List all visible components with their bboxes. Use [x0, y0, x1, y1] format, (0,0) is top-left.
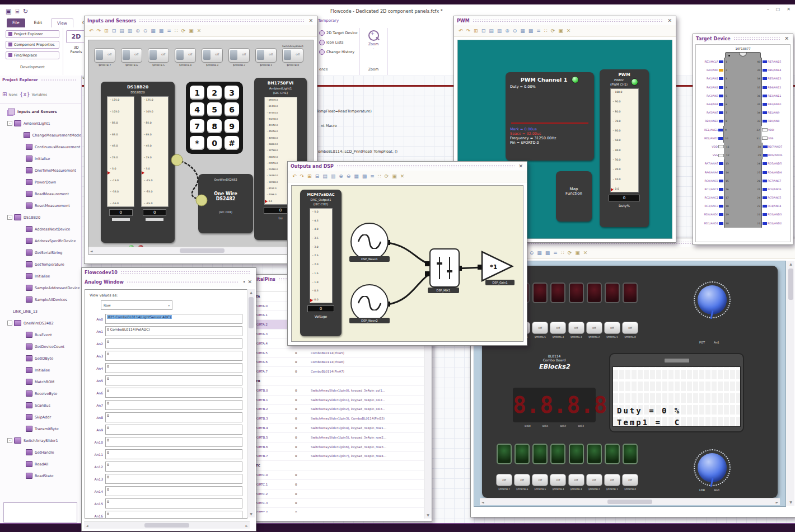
- pin-row[interactable]: PORTB.1 0 SwitchArraySlider1(pin1), keyp…: [245, 396, 432, 405]
- channel-value-box[interactable]: 0: [105, 375, 242, 385]
- tree-item[interactable]: ResetMeasurement: [0, 200, 81, 211]
- tree-item[interactable]: ScanBus: [0, 399, 81, 411]
- refresh-icon[interactable]: ↻: [23, 8, 28, 15]
- close-icon[interactable]: ✕: [783, 36, 790, 41]
- redo-icon[interactable]: ↷: [300, 173, 305, 179]
- cursor-icon[interactable]: ▤: [119, 28, 124, 34]
- tree-item[interactable]: SampleAddressedDevice: [0, 282, 81, 294]
- lock-icon[interactable]: ▣: [189, 28, 194, 34]
- view-mode-dropdown[interactable]: Raw▾: [101, 300, 172, 310]
- view-item[interactable]: 2D Target Device: [319, 30, 358, 36]
- pot-knob[interactable]: [694, 281, 731, 318]
- grid-icon[interactable]: ▦: [354, 173, 359, 179]
- panel-2d-button[interactable]: 2D: [66, 30, 86, 43]
- calculator-icon[interactable]: ⌸: [15, 8, 19, 15]
- vertical-scrollbar[interactable]: ▲ ▼: [247, 289, 255, 517]
- tree-expander[interactable]: [20, 462, 24, 466]
- tree-item[interactable]: SkipAddr: [0, 411, 81, 423]
- analog-channel-row[interactable]: An15 0: [88, 497, 242, 510]
- analog-channel-row[interactable]: An12 0: [88, 460, 242, 473]
- zoom-minus[interactable]: -: [364, 46, 383, 51]
- cursor-icon[interactable]: ▤: [489, 28, 494, 34]
- align-icon[interactable]: ≡: [536, 28, 541, 34]
- delete-icon[interactable]: ✕: [583, 250, 588, 256]
- pin-row[interactable]: PORTC: [245, 461, 432, 470]
- float-icon[interactable]: •: [242, 280, 247, 285]
- dsp-mixer-component[interactable]: [429, 248, 460, 288]
- tab-variables[interactable]: {x}Variables: [20, 91, 47, 97]
- tree-item[interactable]: LINK_LINE_13: [0, 305, 81, 317]
- channel-value-box[interactable]: 0: [105, 338, 242, 349]
- zoom-in-icon[interactable]: ⊕: [135, 28, 140, 34]
- distribute-icon[interactable]: ∷: [378, 173, 381, 179]
- ldr-knob[interactable]: [694, 449, 731, 486]
- pin-row[interactable]: RE3/MCLR 140 RB7/AN15: [695, 58, 791, 66]
- tree-expander[interactable]: [20, 227, 24, 231]
- channel-value-box[interactable]: 0: [105, 412, 242, 422]
- tree-item[interactable]: AddressSpecificDevice: [0, 235, 81, 247]
- lock-icon[interactable]: ▣: [558, 28, 563, 34]
- tree-expander[interactable]: [20, 274, 24, 278]
- port-button[interactable]: Off $PORTB.1: [605, 474, 620, 491]
- tree-item[interactable]: - AmbientLight1: [0, 117, 81, 129]
- tab-icons[interactable]: ⊞Icons: [2, 91, 17, 97]
- pin-row[interactable]: RA1/AN1 338 RB5/AN13: [695, 74, 791, 83]
- port-button[interactable]: Off $PORTA.4: [550, 322, 565, 338]
- pin-row[interactable]: RA4/AN4 635 RB2/AN10: [695, 100, 791, 109]
- tree-item[interactable]: - OneWireDS2482: [0, 317, 81, 329]
- ribbon-button[interactable]: Project Explorer: [6, 30, 59, 38]
- analog-channel-row[interactable]: An2 0: [88, 337, 242, 350]
- ribbon-button[interactable]: Find/Replace: [6, 51, 59, 59]
- pin-row[interactable]: VDD 1130 RD7/AND7: [695, 143, 791, 151]
- pin-row[interactable]: PORTC.0 0: [245, 470, 432, 480]
- redo-icon[interactable]: ↷: [466, 28, 471, 34]
- tree-expander[interactable]: [20, 298, 24, 302]
- redo-icon[interactable]: ↷: [97, 28, 101, 34]
- pin-row[interactable]: RA6/ANA6 1427 RD4/AND4: [695, 168, 791, 176]
- lock-icon[interactable]: ▣: [392, 173, 397, 179]
- tree-item[interactable]: TransmitByte: [0, 423, 81, 435]
- channel-value-box[interactable]: 0: [105, 400, 242, 410]
- port-button[interactable]: Off $PORTB.7: [497, 474, 512, 491]
- pan-icon[interactable]: ▥: [128, 28, 133, 34]
- zoom-icon[interactable]: [368, 30, 379, 41]
- pin-row[interactable]: PORTC.1 0: [245, 480, 432, 489]
- map-function-component[interactable]: Map Function: [556, 171, 592, 222]
- dsp-gain-component[interactable]: *1: [481, 251, 515, 284]
- window-control-button[interactable]: ✕: [787, 7, 791, 12]
- pin-row[interactable]: RE0/ANE0 833 RB0/AN8: [695, 117, 791, 125]
- port-button[interactable]: Off $PORTB.2: [587, 474, 602, 491]
- tree-item[interactable]: BusEvent: [0, 329, 81, 341]
- snap-icon[interactable]: ▩: [159, 28, 164, 34]
- horizontal-scrollbar[interactable]: ◄►: [84, 521, 250, 529]
- port-button[interactable]: Off $PORTB.0: [623, 474, 638, 491]
- duty-scale[interactable]: 100.090.080.070.060.050.040.030.020.010.…: [610, 88, 639, 192]
- tree-item[interactable]: GetTemperature: [0, 258, 81, 270]
- zoom-out-icon[interactable]: ⊖: [143, 28, 148, 34]
- grid-icon[interactable]: ▦: [520, 28, 525, 34]
- view-item[interactable]: Change History: [319, 49, 358, 55]
- tree-expander[interactable]: [20, 180, 24, 184]
- copy-icon[interactable]: ⊞: [104, 28, 109, 34]
- channel-value-box[interactable]: 0: [105, 351, 242, 361]
- zoom-in-icon[interactable]: ⊕: [339, 173, 343, 179]
- tree-expander[interactable]: [20, 415, 24, 419]
- align-icon[interactable]: ≡: [553, 250, 558, 256]
- pin-row[interactable]: PORTB.4 0 SwitchArraySlider1(pin4), keyp…: [245, 423, 432, 433]
- pin-row[interactable]: RA2/AN2 437 RB4/AN12: [695, 83, 791, 92]
- undo-icon[interactable]: ↶: [292, 173, 297, 179]
- zoom-label[interactable]: Zoom: [364, 42, 383, 46]
- analog-channel-row[interactable]: An10 0: [88, 436, 242, 448]
- pin-row[interactable]: PORTC.3 0: [245, 499, 432, 509]
- tree-item[interactable]: ReadState: [0, 470, 81, 482]
- dsp-wave2-component[interactable]: DSP_Wave2: [349, 284, 390, 323]
- analog-channel-row[interactable]: An1 0 ComboBL0114(PotADC): [88, 325, 242, 337]
- tree-expander[interactable]: [20, 251, 24, 255]
- close-icon[interactable]: ✕: [517, 163, 524, 169]
- channel-value-box[interactable]: 0: [105, 474, 242, 484]
- port-button[interactable]: Off $PORTA.2: [587, 322, 602, 338]
- tree-expander[interactable]: [20, 192, 24, 196]
- close-icon[interactable]: ✕: [666, 18, 673, 23]
- tree-item[interactable]: MatchROM: [0, 376, 81, 388]
- analog-channel-row[interactable]: An16 0: [88, 510, 242, 519]
